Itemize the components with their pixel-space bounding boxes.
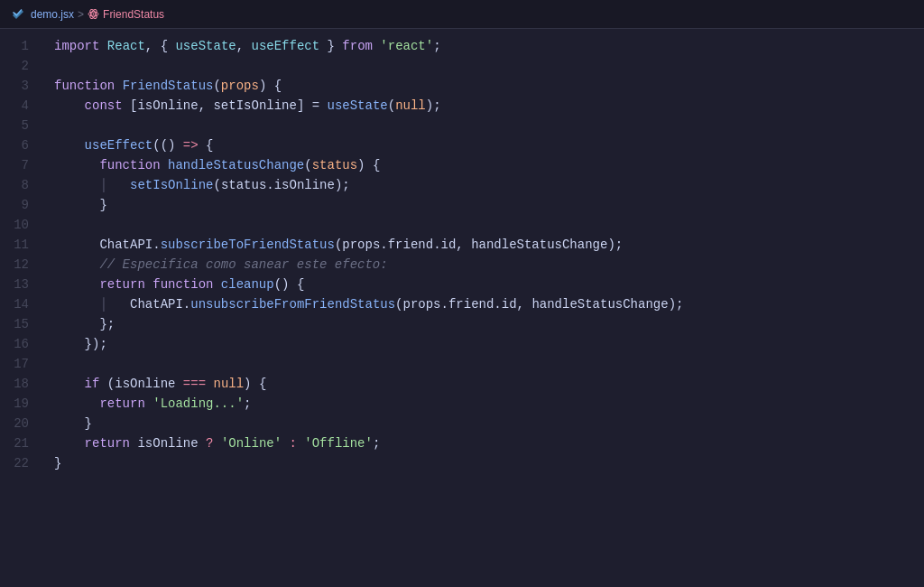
- line-number: 4: [0, 96, 43, 116]
- line-number: 7: [0, 155, 43, 175]
- code-line-7: function handleStatusChange(status) {: [51, 155, 924, 175]
- breadcrumb-component: FriendStatus: [88, 8, 164, 21]
- line-number: 20: [0, 414, 43, 433]
- code-line-18: if (isOnline === null) {: [51, 374, 924, 394]
- code-line-12: // Especifica como sanear este efecto:: [51, 255, 924, 275]
- code-line-15: };: [51, 314, 924, 334]
- line-number: 8: [0, 175, 43, 195]
- code-content[interactable]: import React, { useState, useEffect } fr…: [43, 29, 924, 587]
- code-line-2: [51, 56, 924, 76]
- code-line-16: });: [51, 334, 924, 354]
- line-number: 15: [0, 314, 43, 334]
- code-line-22: }: [51, 453, 924, 473]
- code-line-1: import React, { useState, useEffect } fr…: [51, 36, 924, 56]
- line-number: 12: [0, 255, 43, 275]
- code-editor: 1 2 3 4 5 6 7 8 9 10 11 12 13 14 15 16 1…: [0, 29, 924, 587]
- line-number: 3: [0, 76, 43, 96]
- code-line-20: }: [51, 414, 924, 433]
- line-number: 9: [0, 195, 43, 215]
- code-line-4: const [isOnline, setIsOnline] = useState…: [51, 96, 924, 116]
- line-number: 10: [0, 215, 43, 235]
- code-line-6: useEffect(() => {: [51, 135, 924, 155]
- code-line-21: return isOnline ? 'Online' : 'Offline';: [51, 433, 924, 453]
- line-number: 22: [0, 453, 43, 473]
- code-line-14: │ ChatAPI.unsubscribeFromFriendStatus(pr…: [51, 294, 924, 314]
- line-number: 11: [0, 235, 43, 255]
- line-number: 1: [0, 36, 43, 56]
- breadcrumb-separator: >: [78, 8, 84, 21]
- breadcrumb: demo.jsx > FriendStatus: [31, 8, 164, 21]
- component-icon: [88, 8, 99, 20]
- line-number: 14: [0, 294, 43, 314]
- line-number: 16: [0, 334, 43, 354]
- line-number: 17: [0, 354, 43, 374]
- svg-point-3: [93, 14, 95, 15]
- line-numbers: 1 2 3 4 5 6 7 8 9 10 11 12 13 14 15 16 1…: [0, 29, 43, 587]
- line-number: 6: [0, 135, 43, 155]
- vscode-icon: [11, 7, 25, 22]
- line-number: 5: [0, 116, 43, 135]
- breadcrumb-file: demo.jsx: [31, 8, 74, 21]
- code-line-17: [51, 354, 924, 374]
- code-line-9: }: [51, 195, 924, 215]
- code-line-5: [51, 116, 924, 135]
- title-bar: demo.jsx > FriendStatus: [0, 0, 924, 29]
- code-line-13: return function cleanup() {: [51, 275, 924, 294]
- code-line-3: function FriendStatus(props) {: [51, 76, 924, 96]
- line-number: 2: [0, 56, 43, 76]
- code-line-11: ChatAPI.subscribeToFriendStatus(props.fr…: [51, 235, 924, 255]
- line-number: 21: [0, 433, 43, 453]
- code-line-8: │ setIsOnline(status.isOnline);: [51, 175, 924, 195]
- line-number: 13: [0, 275, 43, 294]
- line-number: 18: [0, 374, 43, 394]
- code-line-19: return 'Loading...';: [51, 394, 924, 414]
- line-number: 19: [0, 394, 43, 414]
- code-line-10: [51, 215, 924, 235]
- component-name: FriendStatus: [103, 8, 164, 21]
